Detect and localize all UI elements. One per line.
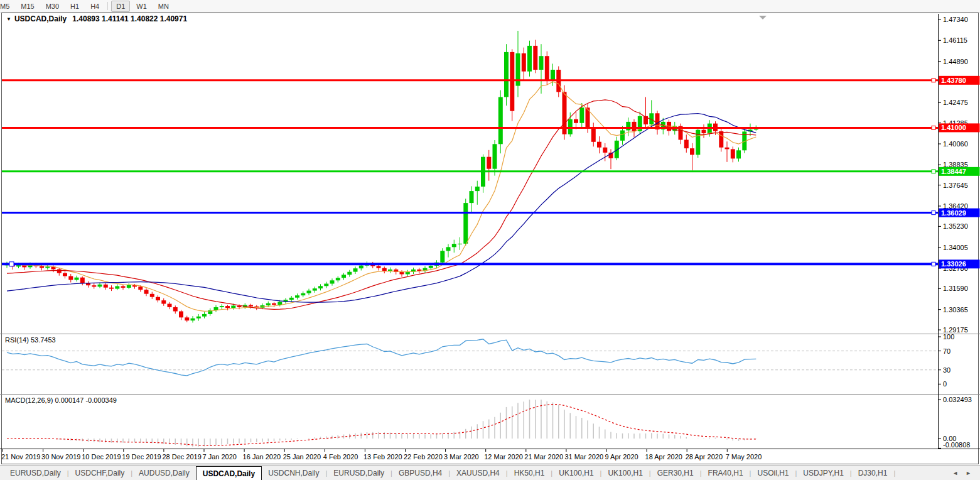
chart-tab-usdcad-daily[interactable]: USDCAD,Daily	[196, 466, 262, 480]
chart-canvas[interactable]: 0.0324930.00-0.008081.473401.461151.4489…	[0, 0, 980, 465]
svg-text:13 Feb 2020: 13 Feb 2020	[363, 453, 402, 461]
svg-text:1.35230: 1.35230	[943, 222, 968, 230]
svg-text:21 Mar 2020: 21 Mar 2020	[524, 453, 563, 461]
svg-text:16 Jan 2020: 16 Jan 2020	[243, 453, 281, 461]
chart-tab-xauusd-h4[interactable]: XAUUSD,H4	[450, 466, 506, 480]
svg-text:4 Feb 2020: 4 Feb 2020	[323, 453, 358, 461]
tab-scroll-arrows: ◄ ►	[952, 466, 980, 480]
chart-ohlc-values: 1.40893 1.41141 1.40822 1.40971	[72, 14, 187, 23]
chart-tab-gbpusd-h4[interactable]: GBPUSD,H4	[392, 466, 448, 480]
svg-text:7 Jan 2020: 7 Jan 2020	[203, 453, 237, 461]
svg-text:22 Feb 2020: 22 Feb 2020	[404, 453, 443, 461]
chevron-down-icon[interactable]: ▼	[6, 16, 11, 22]
chart-tab-usdchf-daily[interactable]: USDCHF,Daily	[69, 466, 131, 480]
chart-tab-usdcnh-daily[interactable]: USDCNH,Daily	[262, 466, 325, 480]
period-button-w1[interactable]: W1	[131, 1, 152, 12]
chart-title: ▼USDCAD,Daily1.40893 1.41141 1.40822 1.4…	[6, 14, 187, 23]
chart-symbol-label: USDCAD,Daily	[14, 14, 67, 23]
toolbar-divider	[107, 2, 108, 10]
period-button-h1[interactable]: H1	[65, 1, 84, 12]
chart-tab-usoil-h1[interactable]: USOil,H1	[751, 466, 795, 480]
period-button-m30[interactable]: M30	[41, 1, 64, 12]
chart-tabs: EURUSD,Daily|USDCHF,Daily|AUDUSD,DailyUS…	[0, 466, 952, 480]
svg-text:28 Dec 2019: 28 Dec 2019	[162, 453, 201, 461]
svg-text:1.44890: 1.44890	[943, 58, 968, 65]
svg-text:1.46115: 1.46115	[943, 36, 967, 44]
svg-text:7 May 2020: 7 May 2020	[726, 453, 762, 461]
hline-handle[interactable]	[9, 262, 14, 266]
period-button-m5[interactable]: M5	[0, 1, 14, 12]
svg-text:12 Mar 2020: 12 Mar 2020	[484, 453, 523, 461]
rsi-indicator-label: RSI(14) 53.7453	[5, 336, 56, 344]
chart-tab-usdjpy-h1[interactable]: USDJPY,H1	[797, 466, 849, 480]
svg-text:25 Jan 2020: 25 Jan 2020	[283, 453, 321, 461]
tab-scroll-right-icon[interactable]: ►	[966, 470, 971, 476]
chart-tab-fra40-h1[interactable]: FRA40,H1	[702, 466, 750, 480]
tab-scroll-left-icon[interactable]: ◄	[952, 470, 958, 476]
tab-separator: |	[893, 466, 895, 480]
svg-text:1.40060: 1.40060	[943, 140, 968, 148]
svg-text:1.41000: 1.41000	[941, 124, 966, 131]
timeframe-buttons: M5M15M30H1H4D1W1MN	[0, 1, 175, 12]
timeframe-toolbar: M5M15M30H1H4D1W1MN	[0, 0, 980, 13]
svg-text:70: 70	[943, 347, 950, 355]
svg-text:21 Nov 2019: 21 Nov 2019	[1, 453, 40, 461]
svg-text:1.34005: 1.34005	[943, 244, 968, 251]
svg-text:31 Mar 2020: 31 Mar 2020	[564, 453, 603, 461]
svg-text:30 Nov 2019: 30 Nov 2019	[41, 453, 80, 461]
period-button-d1[interactable]: D1	[111, 1, 130, 12]
chart-tab-uk100-h1[interactable]: UK100,H1	[552, 466, 600, 480]
chart-tab-eurusd-daily[interactable]: EURUSD,Daily	[327, 466, 390, 480]
chart-tab-eurusd-daily[interactable]: EURUSD,Daily	[4, 466, 67, 480]
svg-text:18 Apr 2020: 18 Apr 2020	[645, 453, 682, 461]
chart-tab-audusd-daily[interactable]: AUDUSD,Daily	[132, 466, 196, 480]
period-button-h4[interactable]: H4	[85, 1, 104, 12]
svg-text:3 Mar 2020: 3 Mar 2020	[444, 453, 479, 461]
svg-text:1.38447: 1.38447	[941, 168, 966, 175]
svg-text:9 Apr 2020: 9 Apr 2020	[605, 453, 638, 461]
macd-indicator-label: MACD(12,26,9) 0.000147 -0.000349	[5, 396, 117, 404]
svg-text:1.33026: 1.33026	[941, 260, 966, 268]
period-button-m15[interactable]: M15	[16, 1, 39, 12]
chart-tab-uk100-h1[interactable]: UK100,H1	[601, 466, 649, 480]
period-button-mn[interactable]: MN	[153, 1, 174, 12]
chart-tabbar: EURUSD,Daily|USDCHF,Daily|AUDUSD,DailyUS…	[0, 465, 980, 480]
chart-tab-dj30-h1[interactable]: DJ30,H1	[852, 466, 894, 480]
svg-text:0: 0	[943, 380, 947, 388]
svg-text:1.43780: 1.43780	[941, 77, 966, 84]
chart-tab-hk50-h1[interactable]: HK50,H1	[508, 466, 551, 480]
svg-text:1.47340: 1.47340	[943, 16, 968, 23]
svg-text:1.37645: 1.37645	[943, 182, 968, 189]
svg-text:10 Dec 2019: 10 Dec 2019	[82, 453, 121, 461]
svg-text:1.30365: 1.30365	[943, 306, 968, 314]
svg-text:1.42475: 1.42475	[943, 99, 968, 106]
svg-text:30: 30	[943, 366, 950, 374]
svg-text:28 Apr 2020: 28 Apr 2020	[686, 453, 723, 461]
svg-text:0.032493: 0.032493	[943, 396, 972, 403]
svg-text:19 Dec 2019: 19 Dec 2019	[122, 453, 161, 461]
svg-text:-0.00808: -0.00808	[943, 441, 970, 449]
chart-tab-ger30-h1[interactable]: GER30,H1	[651, 466, 700, 480]
svg-text:1.31590: 1.31590	[943, 285, 968, 292]
svg-text:1.36029: 1.36029	[941, 209, 966, 217]
